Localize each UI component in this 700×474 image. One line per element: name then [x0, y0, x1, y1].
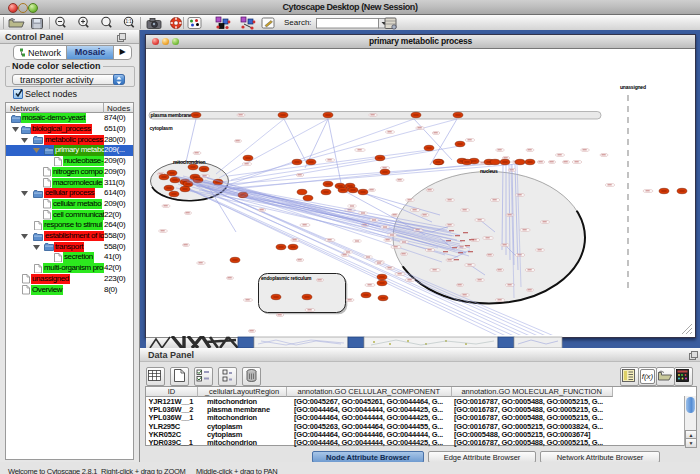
svg-text:1:1: 1:1 — [126, 19, 133, 24]
svg-text:endoplasmic reticulum: endoplasmic reticulum — [261, 275, 312, 281]
svg-text:mitochondrion: mitochondrion — [173, 159, 206, 165]
svg-text:unassigned: unassigned — [620, 84, 646, 90]
svg-text:nucleus: nucleus — [480, 168, 498, 174]
svg-text:plasma membrane: plasma membrane — [151, 112, 192, 118]
svg-text:cytoplasm: cytoplasm — [150, 125, 174, 131]
svg-text:Search:: Search: — [284, 18, 312, 27]
